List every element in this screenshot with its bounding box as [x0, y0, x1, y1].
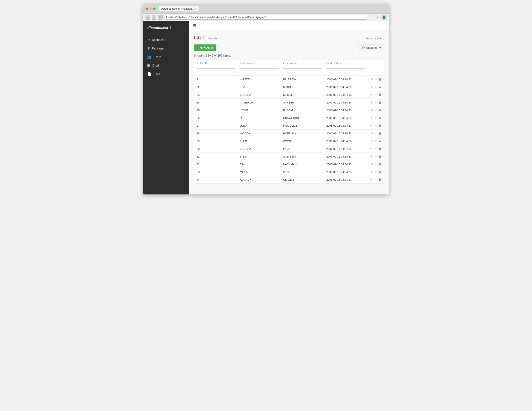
delete-icon[interactable]: 🗑: [378, 85, 381, 89]
cell-last-name: HACKMAN: [281, 160, 324, 168]
view-icon[interactable]: 👁: [370, 93, 373, 96]
view-icon[interactable]: 👁: [370, 78, 373, 81]
cell-actor-id: 22: [194, 83, 238, 91]
hamburger-icon[interactable]: ☰: [193, 23, 196, 28]
view-icon[interactable]: 👁: [370, 132, 373, 135]
profile-icon[interactable]: 👤: [381, 15, 387, 20]
breadcrumb-home[interactable]: Home: [366, 37, 373, 40]
cell-last-update: 2006-02-15 04:34:33: [324, 83, 367, 91]
view-icon[interactable]: 👁: [370, 108, 373, 112]
edit-icon[interactable]: ✏: [375, 93, 377, 96]
table-body: 21 KIRSTEN PALTROW 2006-02-15 04:34:33 👁…: [194, 76, 384, 184]
edit-icon[interactable]: ✏: [375, 116, 377, 119]
col-header-actor-id[interactable]: Actor ID: [194, 59, 238, 67]
page-subtitle: Module: [208, 37, 217, 40]
edit-icon[interactable]: ✏: [375, 124, 377, 127]
view-icon[interactable]: 👁: [370, 163, 373, 166]
bookmark-icon[interactable]: ☆: [369, 15, 374, 20]
view-icon[interactable]: 👁: [370, 124, 373, 127]
edit-icon[interactable]: ✏: [375, 101, 377, 104]
edit-icon[interactable]: ✏: [375, 155, 377, 158]
address-bar[interactable]: localhost/github.com/phundament/app/web/…: [164, 15, 367, 20]
view-icon[interactable]: 👁: [370, 147, 373, 150]
delete-icon[interactable]: 🗑: [378, 101, 381, 104]
table-row: 29 ALEC WAYNE 2006-02-15 04:34:33 👁 ✏ 🗑: [194, 137, 384, 145]
minimize-dot[interactable]: [149, 8, 152, 10]
browser-titlebar: Actors [Backend] Phundam... ✕: [143, 4, 389, 14]
edit-icon[interactable]: ✏: [375, 139, 377, 143]
delete-icon[interactable]: 🗑: [378, 147, 381, 150]
delete-icon[interactable]: 🗑: [378, 132, 381, 135]
sidebar-item-crud[interactable]: ▣ Crud: [143, 61, 189, 70]
filter-input-last-update[interactable]: [326, 68, 366, 74]
view-icon[interactable]: 👁: [370, 178, 373, 181]
main-content: ☰ Crud Module Home > Actors: [189, 21, 389, 195]
col-header-last-update[interactable]: Last Update: [324, 59, 367, 67]
dropdown-arrow-icon: ▾: [380, 46, 381, 49]
delete-icon[interactable]: 🗑: [378, 155, 381, 158]
cell-actor-id: 26: [194, 114, 238, 122]
window-controls: [145, 8, 155, 10]
delete-icon[interactable]: 🗑: [378, 116, 381, 119]
breadcrumb-separator: >: [374, 37, 377, 40]
delete-icon[interactable]: 🗑: [378, 108, 381, 112]
delete-icon[interactable]: 🗑: [378, 178, 381, 181]
maximize-dot[interactable]: [153, 8, 155, 10]
delete-icon[interactable]: 🗑: [378, 124, 381, 127]
col-header-last-name[interactable]: Last Name: [281, 59, 324, 67]
close-dot[interactable]: [145, 8, 148, 10]
back-button[interactable]: ‹: [145, 15, 150, 20]
filter-input-first-name[interactable]: [239, 68, 279, 74]
edit-icon[interactable]: ✏: [375, 108, 377, 112]
delete-icon[interactable]: 🗑: [378, 139, 381, 143]
delete-icon[interactable]: 🗑: [378, 170, 381, 174]
cell-last-update: 2006-02-15 04:34:33: [324, 114, 367, 122]
filter-input-last-name[interactable]: [282, 68, 322, 74]
tab-close-icon[interactable]: ✕: [195, 8, 197, 10]
sidebar-item-packages[interactable]: ❋ Packages: [143, 44, 189, 53]
view-icon[interactable]: 👁: [370, 139, 373, 143]
table-header-row: Actor ID First Name Last Name Last Updat…: [194, 59, 384, 67]
edit-icon[interactable]: ✏: [375, 132, 377, 135]
view-icon[interactable]: 👁: [370, 170, 373, 174]
new-tab-button[interactable]: [202, 7, 208, 11]
cell-last-name: WAYNE: [281, 137, 324, 145]
cell-actions: 👁 ✏ 🗑: [367, 106, 384, 114]
cell-actions: 👁 ✏ 🗑: [367, 176, 384, 184]
menu-icon[interactable]: ≡: [375, 15, 380, 20]
delete-icon[interactable]: 🗑: [378, 78, 381, 81]
view-icon[interactable]: 👁: [370, 155, 373, 158]
cell-last-name: BLOOM: [281, 106, 324, 114]
edit-icon[interactable]: ✏: [375, 170, 377, 174]
delete-icon[interactable]: 🗑: [378, 93, 381, 96]
cell-first-name: SANDRA: [238, 91, 281, 99]
docs-icon: 📄: [147, 72, 151, 76]
sidebar-item-dashboard[interactable]: ⊙ Dashboard: [143, 35, 189, 44]
delete-icon[interactable]: 🗑: [378, 163, 381, 166]
new-actor-button[interactable]: + New Actor: [194, 44, 216, 51]
edit-icon[interactable]: ✏: [375, 85, 377, 89]
cell-actions: 👁 ✏ 🗑: [367, 122, 384, 129]
view-icon[interactable]: 👁: [370, 101, 373, 104]
sidebar-item-users[interactable]: 👥 Users: [143, 53, 189, 61]
view-icon[interactable]: 👁: [370, 85, 373, 89]
showing-total: 200: [218, 54, 222, 57]
cell-first-name: TIM: [238, 160, 281, 168]
edit-icon[interactable]: ✏: [375, 147, 377, 150]
filter-input-actor-id[interactable]: [196, 68, 236, 74]
filter-cell-actions: [367, 67, 384, 76]
edit-icon[interactable]: ✏: [375, 78, 377, 81]
sidebar-item-docs[interactable]: 📄 Docs: [143, 70, 189, 78]
cell-last-update: 2006-02-15 04:34:33: [324, 137, 367, 145]
refresh-button[interactable]: ↻: [158, 15, 163, 20]
view-icon[interactable]: 👁: [370, 116, 373, 119]
forward-button[interactable]: ›: [152, 15, 156, 20]
browser-tab[interactable]: Actors [Backend] Phundam... ✕: [159, 6, 199, 11]
edit-icon[interactable]: ✏: [375, 163, 377, 166]
col-header-first-name[interactable]: First Name: [238, 59, 281, 67]
showing-prefix: Showing: [194, 54, 206, 57]
relations-button[interactable]: 🔗 Relations ▾: [358, 44, 384, 51]
cell-first-name: JULIA: [238, 122, 281, 129]
table-row: 34 AUDREY OLIVIER 2006-02-15 04:34:33 👁 …: [194, 176, 384, 184]
edit-icon[interactable]: ✏: [375, 178, 377, 181]
